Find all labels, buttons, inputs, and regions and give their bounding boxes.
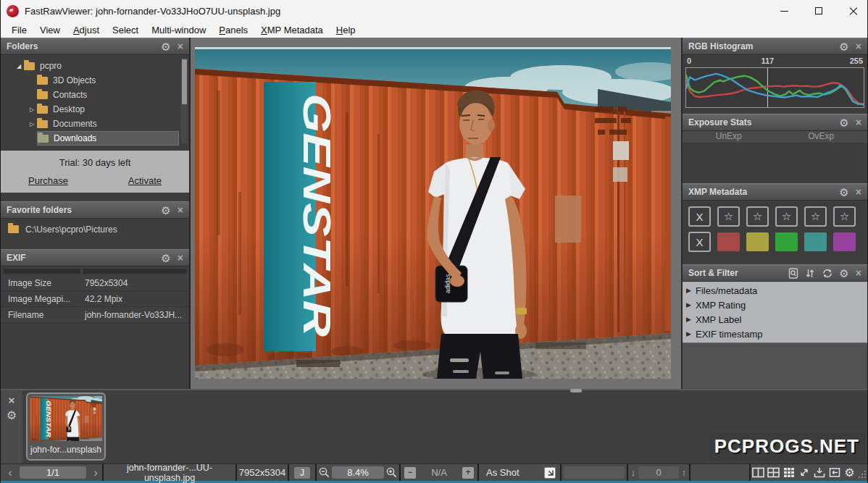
maximize-button[interactable]: [811, 4, 827, 18]
favorites-panel-title: Favorite folders: [1, 205, 161, 215]
rating-star-5-button[interactable]: ☆: [833, 206, 856, 227]
collapsed-icon[interactable]: ▷: [27, 121, 37, 127]
rotate-left-button[interactable]: ↓: [628, 467, 638, 478]
white-balance-dropdown-button[interactable]: [544, 467, 556, 479]
filmstrip-thumbnail[interactable]: john-for...unsplash: [26, 392, 106, 461]
refresh-icon[interactable]: [822, 268, 833, 279]
purchase-link[interactable]: Purchase: [28, 175, 68, 186]
main-image[interactable]: [195, 47, 671, 379]
exposure-compensation-value: N/A: [420, 467, 459, 478]
white-balance-value: As Shot: [479, 467, 540, 478]
label-red-button[interactable]: [717, 232, 740, 251]
rating-star-4-button[interactable]: ☆: [804, 206, 827, 227]
menu-panels[interactable]: Panels: [212, 23, 254, 37]
xmp-panel-header: XMP Metadata ⚙ ×: [683, 183, 867, 201]
split-view-icon[interactable]: [751, 466, 766, 479]
rating-star-2-button[interactable]: ☆: [746, 206, 769, 227]
sort-filter-list: ▶Files/metadata ▶XMP Rating ▶XMP Label ▶…: [683, 282, 867, 343]
minimize-button[interactable]: [776, 4, 792, 18]
sort-close-icon[interactable]: ×: [856, 268, 861, 278]
label-yellow-button[interactable]: [746, 232, 769, 251]
label-green-button[interactable]: [775, 232, 798, 251]
tree-scrollbar-thumb[interactable]: [182, 59, 187, 104]
file-search-icon[interactable]: [788, 268, 798, 279]
tree-item-downloads[interactable]: Downloads: [1, 131, 189, 146]
rating-star-3-button[interactable]: ☆: [775, 206, 798, 227]
favorites-gear-icon[interactable]: ⚙: [161, 205, 170, 216]
favorite-folder-item[interactable]: C:\Users\pcpro\Pictures: [1, 219, 189, 249]
resize-grip[interactable]: [857, 466, 867, 479]
folder-icon: [37, 91, 48, 99]
menu-help[interactable]: Help: [330, 23, 362, 37]
filmstrip-close-icon[interactable]: ×: [9, 395, 15, 406]
sort-item-xmp-label[interactable]: ▶XMP Label: [683, 312, 867, 327]
zoom-out-icon[interactable]: [317, 466, 332, 479]
favorite-folder-path: C:\Users\pcpro\Pictures: [25, 224, 117, 235]
next-image-button[interactable]: ›: [89, 466, 102, 480]
label-reject-button[interactable]: X: [688, 232, 711, 252]
activate-link[interactable]: Activate: [128, 175, 162, 186]
exif-column-headers: [1, 266, 189, 275]
menu-multi-window[interactable]: Multi-window: [145, 23, 212, 37]
previous-image-button[interactable]: ‹: [4, 466, 17, 480]
exif-close-icon[interactable]: ×: [178, 253, 183, 263]
folder-tree: ◢pcpro 3D Objects Contacts ▷Desktop ▷Doc…: [1, 55, 189, 148]
sort-item-xmp-rating[interactable]: ▶XMP Rating: [683, 298, 867, 312]
favorites-close-icon[interactable]: ×: [178, 205, 183, 215]
collapsed-icon[interactable]: ▷: [27, 106, 37, 113]
expanded-icon[interactable]: ◢: [14, 63, 24, 70]
watermark: PCPROGS.NET: [709, 433, 865, 461]
rating-star-1-button[interactable]: ☆: [717, 206, 740, 227]
exposure-gear-icon[interactable]: ⚙: [839, 117, 848, 128]
exif-row-image-size: Image Size7952x5304: [1, 275, 189, 291]
xmp-body: X ☆ ☆ ☆ ☆ ☆ X: [683, 201, 867, 264]
sort-item-files-metadata[interactable]: ▶Files/metadata: [683, 283, 867, 298]
folder-icon: [8, 225, 19, 233]
tree-item-3d-objects[interactable]: 3D Objects: [1, 73, 189, 88]
thumbnails-grid-icon[interactable]: [781, 466, 796, 479]
dock-panel-icon[interactable]: [827, 466, 842, 479]
tree-item-contacts[interactable]: Contacts: [1, 88, 189, 102]
exposure-panel-title: Exposure Stats: [683, 117, 839, 127]
exposure-close-icon[interactable]: ×: [856, 117, 861, 127]
xmp-close-icon[interactable]: ×: [856, 187, 861, 197]
xmp-gear-icon[interactable]: ⚙: [839, 187, 848, 198]
tree-item-documents[interactable]: ▷Documents: [1, 117, 189, 131]
overexposed-label: OvExp: [775, 131, 868, 143]
image-viewport[interactable]: [191, 38, 681, 389]
menu-view[interactable]: View: [33, 23, 67, 37]
label-blue-button[interactable]: [804, 232, 827, 251]
menu-select[interactable]: Select: [106, 23, 145, 37]
tree-scrollbar[interactable]: [181, 58, 188, 143]
fullscreen-icon[interactable]: [796, 466, 811, 479]
menu-adjust[interactable]: Adjust: [67, 23, 106, 37]
export-icon[interactable]: [811, 466, 827, 479]
histogram-gear-icon[interactable]: ⚙: [839, 41, 848, 52]
rotate-right-button[interactable]: ↑: [679, 467, 689, 478]
sort-gear-icon[interactable]: ⚙: [839, 268, 848, 279]
exif-row-megapixels: Image Megapi...42.2 Mpix: [1, 291, 189, 307]
format-badge: J: [294, 467, 310, 479]
exposure-increase-button[interactable]: +: [462, 467, 474, 479]
underexposed-label: UnExp: [683, 131, 775, 143]
tree-item-pcpro[interactable]: ◢pcpro: [1, 59, 189, 73]
close-button[interactable]: [846, 4, 856, 18]
menu-file[interactable]: File: [5, 23, 33, 37]
tree-item-desktop[interactable]: ▷Desktop: [1, 102, 189, 117]
exif-gear-icon[interactable]: ⚙: [161, 253, 170, 264]
filmstrip-gear-icon[interactable]: ⚙: [7, 410, 17, 421]
label-purple-button[interactable]: [833, 232, 856, 251]
multi-window-icon[interactable]: [766, 466, 781, 479]
sort-direction-icon[interactable]: [805, 268, 815, 279]
folders-close-icon[interactable]: ×: [178, 41, 183, 51]
sort-item-exif-timestamp[interactable]: ▶EXIF timestamp: [683, 327, 867, 341]
settings-icon[interactable]: ⚙: [842, 466, 857, 479]
menu-xmp-metadata[interactable]: XMP Metadata: [254, 23, 330, 37]
splitter-handle[interactable]: [570, 389, 582, 392]
rating-reject-button[interactable]: X: [688, 206, 711, 227]
histogram-close-icon[interactable]: ×: [856, 41, 861, 51]
zoom-in-icon[interactable]: [384, 466, 399, 479]
folders-gear-icon[interactable]: ⚙: [161, 41, 170, 52]
folder-icon: [38, 135, 49, 143]
exposure-decrease-button[interactable]: −: [404, 467, 416, 479]
